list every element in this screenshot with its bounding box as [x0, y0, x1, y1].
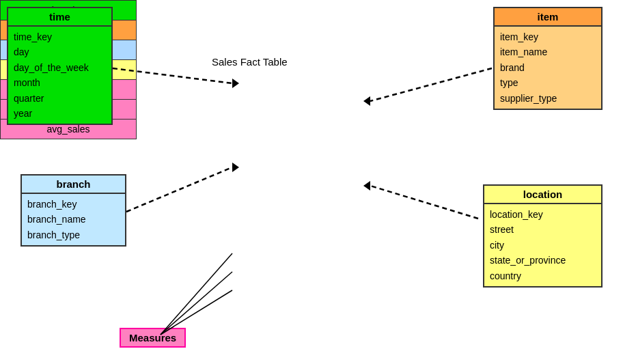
- location-field-2: street: [490, 222, 596, 237]
- time-field-6: year: [14, 106, 106, 121]
- svg-marker-1: [232, 79, 239, 88]
- svg-marker-5: [232, 163, 239, 172]
- item-table-fields: item_key item_name brand type supplier_t…: [495, 27, 601, 109]
- item-field-2: item_name: [500, 44, 596, 59]
- item-field-3: brand: [500, 60, 596, 75]
- time-table-fields: time_key day day_of_the_week month quart…: [8, 27, 111, 124]
- branch-table-header: branch: [22, 176, 125, 194]
- svg-line-4: [126, 167, 232, 212]
- branch-field-2: branch_name: [27, 212, 120, 227]
- branch-field-3: branch_type: [27, 227, 120, 242]
- branch-field-1: branch_key: [27, 197, 120, 212]
- location-table-fields: location_key street city state_or_provin…: [484, 204, 601, 286]
- item-table: item item_key item_name brand type suppl…: [493, 7, 603, 110]
- time-table-header: time: [8, 8, 111, 27]
- location-table: location location_key street city state_…: [483, 184, 603, 288]
- item-field-4: type: [500, 75, 596, 90]
- location-field-5: country: [490, 268, 596, 283]
- time-field-4: month: [14, 75, 106, 90]
- location-field-1: location_key: [490, 207, 596, 222]
- item-table-header: item: [495, 8, 601, 27]
- svg-marker-3: [363, 96, 370, 106]
- branch-table-fields: branch_key branch_name branch_type: [22, 194, 125, 245]
- branch-table: branch branch_key branch_name branch_typ…: [20, 174, 126, 247]
- time-field-3: day_of_the_week: [14, 60, 106, 75]
- location-field-4: state_or_province: [490, 253, 596, 268]
- item-field-1: item_key: [500, 29, 596, 44]
- time-field-2: day: [14, 44, 106, 59]
- time-field-5: quarter: [14, 91, 106, 106]
- svg-marker-7: [363, 181, 370, 191]
- item-field-5: supplier_type: [500, 91, 596, 106]
- location-field-3: city: [490, 238, 596, 253]
- location-table-header: location: [484, 186, 601, 204]
- svg-line-2: [370, 68, 492, 101]
- sales-fact-label: Sales Fact Table: [212, 56, 288, 68]
- time-table: time time_key day day_of_the_week month …: [7, 7, 113, 125]
- svg-line-9: [161, 272, 232, 335]
- svg-line-8: [161, 253, 232, 335]
- time-field-1: time_key: [14, 29, 106, 44]
- svg-line-6: [370, 186, 478, 219]
- measures-box: Measures: [120, 328, 186, 348]
